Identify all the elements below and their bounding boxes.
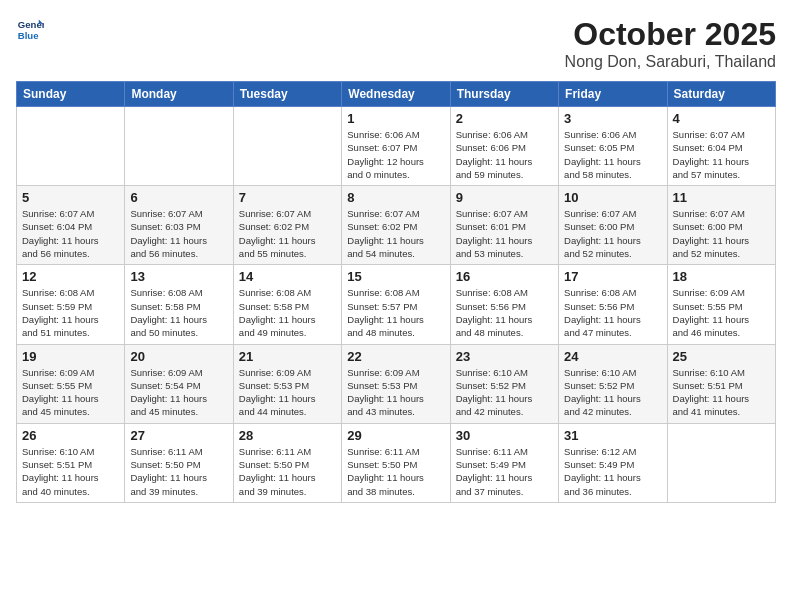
table-cell: 28Sunrise: 6:11 AM Sunset: 5:50 PM Dayli… <box>233 423 341 502</box>
day-info: Sunrise: 6:07 AM Sunset: 6:00 PM Dayligh… <box>673 207 770 260</box>
day-number: 18 <box>673 269 770 284</box>
table-cell: 26Sunrise: 6:10 AM Sunset: 5:51 PM Dayli… <box>17 423 125 502</box>
table-cell: 6Sunrise: 6:07 AM Sunset: 6:03 PM Daylig… <box>125 186 233 265</box>
day-number: 25 <box>673 349 770 364</box>
day-number: 12 <box>22 269 119 284</box>
svg-text:Blue: Blue <box>18 30 39 41</box>
day-number: 11 <box>673 190 770 205</box>
header-saturday: Saturday <box>667 82 775 107</box>
day-info: Sunrise: 6:10 AM Sunset: 5:51 PM Dayligh… <box>673 366 770 419</box>
header-tuesday: Tuesday <box>233 82 341 107</box>
day-info: Sunrise: 6:08 AM Sunset: 5:59 PM Dayligh… <box>22 286 119 339</box>
day-number: 16 <box>456 269 553 284</box>
table-cell: 17Sunrise: 6:08 AM Sunset: 5:56 PM Dayli… <box>559 265 667 344</box>
day-number: 31 <box>564 428 661 443</box>
table-cell: 21Sunrise: 6:09 AM Sunset: 5:53 PM Dayli… <box>233 344 341 423</box>
day-info: Sunrise: 6:09 AM Sunset: 5:53 PM Dayligh… <box>239 366 336 419</box>
header-sunday: Sunday <box>17 82 125 107</box>
day-number: 10 <box>564 190 661 205</box>
day-number: 7 <box>239 190 336 205</box>
table-cell <box>233 107 341 186</box>
table-cell: 11Sunrise: 6:07 AM Sunset: 6:00 PM Dayli… <box>667 186 775 265</box>
day-info: Sunrise: 6:11 AM Sunset: 5:50 PM Dayligh… <box>130 445 227 498</box>
header-wednesday: Wednesday <box>342 82 450 107</box>
day-info: Sunrise: 6:06 AM Sunset: 6:07 PM Dayligh… <box>347 128 444 181</box>
day-info: Sunrise: 6:07 AM Sunset: 6:02 PM Dayligh… <box>239 207 336 260</box>
day-info: Sunrise: 6:07 AM Sunset: 6:03 PM Dayligh… <box>130 207 227 260</box>
table-cell: 10Sunrise: 6:07 AM Sunset: 6:00 PM Dayli… <box>559 186 667 265</box>
week-row-5: 26Sunrise: 6:10 AM Sunset: 5:51 PM Dayli… <box>17 423 776 502</box>
day-number: 28 <box>239 428 336 443</box>
day-number: 9 <box>456 190 553 205</box>
table-cell: 5Sunrise: 6:07 AM Sunset: 6:04 PM Daylig… <box>17 186 125 265</box>
day-info: Sunrise: 6:09 AM Sunset: 5:54 PM Dayligh… <box>130 366 227 419</box>
table-cell: 24Sunrise: 6:10 AM Sunset: 5:52 PM Dayli… <box>559 344 667 423</box>
day-number: 21 <box>239 349 336 364</box>
day-number: 4 <box>673 111 770 126</box>
day-number: 1 <box>347 111 444 126</box>
table-cell: 7Sunrise: 6:07 AM Sunset: 6:02 PM Daylig… <box>233 186 341 265</box>
day-info: Sunrise: 6:10 AM Sunset: 5:52 PM Dayligh… <box>456 366 553 419</box>
table-cell: 1Sunrise: 6:06 AM Sunset: 6:07 PM Daylig… <box>342 107 450 186</box>
table-cell: 16Sunrise: 6:08 AM Sunset: 5:56 PM Dayli… <box>450 265 558 344</box>
table-cell: 22Sunrise: 6:09 AM Sunset: 5:53 PM Dayli… <box>342 344 450 423</box>
day-info: Sunrise: 6:09 AM Sunset: 5:55 PM Dayligh… <box>22 366 119 419</box>
day-number: 3 <box>564 111 661 126</box>
week-row-3: 12Sunrise: 6:08 AM Sunset: 5:59 PM Dayli… <box>17 265 776 344</box>
table-cell: 18Sunrise: 6:09 AM Sunset: 5:55 PM Dayli… <box>667 265 775 344</box>
table-cell: 27Sunrise: 6:11 AM Sunset: 5:50 PM Dayli… <box>125 423 233 502</box>
day-info: Sunrise: 6:08 AM Sunset: 5:58 PM Dayligh… <box>130 286 227 339</box>
table-cell: 2Sunrise: 6:06 AM Sunset: 6:06 PM Daylig… <box>450 107 558 186</box>
day-info: Sunrise: 6:09 AM Sunset: 5:53 PM Dayligh… <box>347 366 444 419</box>
day-info: Sunrise: 6:08 AM Sunset: 5:58 PM Dayligh… <box>239 286 336 339</box>
day-info: Sunrise: 6:07 AM Sunset: 6:01 PM Dayligh… <box>456 207 553 260</box>
table-cell: 31Sunrise: 6:12 AM Sunset: 5:49 PM Dayli… <box>559 423 667 502</box>
day-info: Sunrise: 6:11 AM Sunset: 5:50 PM Dayligh… <box>347 445 444 498</box>
day-info: Sunrise: 6:11 AM Sunset: 5:50 PM Dayligh… <box>239 445 336 498</box>
page-header: General Blue October 2025 Nong Don, Sara… <box>16 16 776 71</box>
day-info: Sunrise: 6:07 AM Sunset: 6:04 PM Dayligh… <box>673 128 770 181</box>
day-number: 20 <box>130 349 227 364</box>
logo: General Blue <box>16 16 44 44</box>
day-number: 17 <box>564 269 661 284</box>
day-number: 13 <box>130 269 227 284</box>
table-cell: 25Sunrise: 6:10 AM Sunset: 5:51 PM Dayli… <box>667 344 775 423</box>
day-info: Sunrise: 6:06 AM Sunset: 6:06 PM Dayligh… <box>456 128 553 181</box>
day-number: 5 <box>22 190 119 205</box>
day-number: 24 <box>564 349 661 364</box>
logo-icon: General Blue <box>16 16 44 44</box>
table-cell: 4Sunrise: 6:07 AM Sunset: 6:04 PM Daylig… <box>667 107 775 186</box>
table-cell: 19Sunrise: 6:09 AM Sunset: 5:55 PM Dayli… <box>17 344 125 423</box>
table-cell: 14Sunrise: 6:08 AM Sunset: 5:58 PM Dayli… <box>233 265 341 344</box>
day-info: Sunrise: 6:09 AM Sunset: 5:55 PM Dayligh… <box>673 286 770 339</box>
day-number: 27 <box>130 428 227 443</box>
table-cell: 9Sunrise: 6:07 AM Sunset: 6:01 PM Daylig… <box>450 186 558 265</box>
day-info: Sunrise: 6:07 AM Sunset: 6:02 PM Dayligh… <box>347 207 444 260</box>
day-number: 15 <box>347 269 444 284</box>
title-section: October 2025 Nong Don, Saraburi, Thailan… <box>565 16 776 71</box>
week-row-2: 5Sunrise: 6:07 AM Sunset: 6:04 PM Daylig… <box>17 186 776 265</box>
day-number: 30 <box>456 428 553 443</box>
table-cell: 15Sunrise: 6:08 AM Sunset: 5:57 PM Dayli… <box>342 265 450 344</box>
day-info: Sunrise: 6:07 AM Sunset: 6:04 PM Dayligh… <box>22 207 119 260</box>
table-cell: 23Sunrise: 6:10 AM Sunset: 5:52 PM Dayli… <box>450 344 558 423</box>
table-cell: 20Sunrise: 6:09 AM Sunset: 5:54 PM Dayli… <box>125 344 233 423</box>
day-info: Sunrise: 6:12 AM Sunset: 5:49 PM Dayligh… <box>564 445 661 498</box>
week-row-1: 1Sunrise: 6:06 AM Sunset: 6:07 PM Daylig… <box>17 107 776 186</box>
header-friday: Friday <box>559 82 667 107</box>
table-cell <box>125 107 233 186</box>
day-info: Sunrise: 6:06 AM Sunset: 6:05 PM Dayligh… <box>564 128 661 181</box>
day-number: 26 <box>22 428 119 443</box>
table-cell: 3Sunrise: 6:06 AM Sunset: 6:05 PM Daylig… <box>559 107 667 186</box>
day-number: 2 <box>456 111 553 126</box>
day-number: 14 <box>239 269 336 284</box>
week-row-4: 19Sunrise: 6:09 AM Sunset: 5:55 PM Dayli… <box>17 344 776 423</box>
day-info: Sunrise: 6:10 AM Sunset: 5:51 PM Dayligh… <box>22 445 119 498</box>
day-info: Sunrise: 6:08 AM Sunset: 5:57 PM Dayligh… <box>347 286 444 339</box>
day-info: Sunrise: 6:10 AM Sunset: 5:52 PM Dayligh… <box>564 366 661 419</box>
table-cell: 8Sunrise: 6:07 AM Sunset: 6:02 PM Daylig… <box>342 186 450 265</box>
calendar-table: Sunday Monday Tuesday Wednesday Thursday… <box>16 81 776 503</box>
day-info: Sunrise: 6:08 AM Sunset: 5:56 PM Dayligh… <box>564 286 661 339</box>
header-thursday: Thursday <box>450 82 558 107</box>
day-info: Sunrise: 6:11 AM Sunset: 5:49 PM Dayligh… <box>456 445 553 498</box>
